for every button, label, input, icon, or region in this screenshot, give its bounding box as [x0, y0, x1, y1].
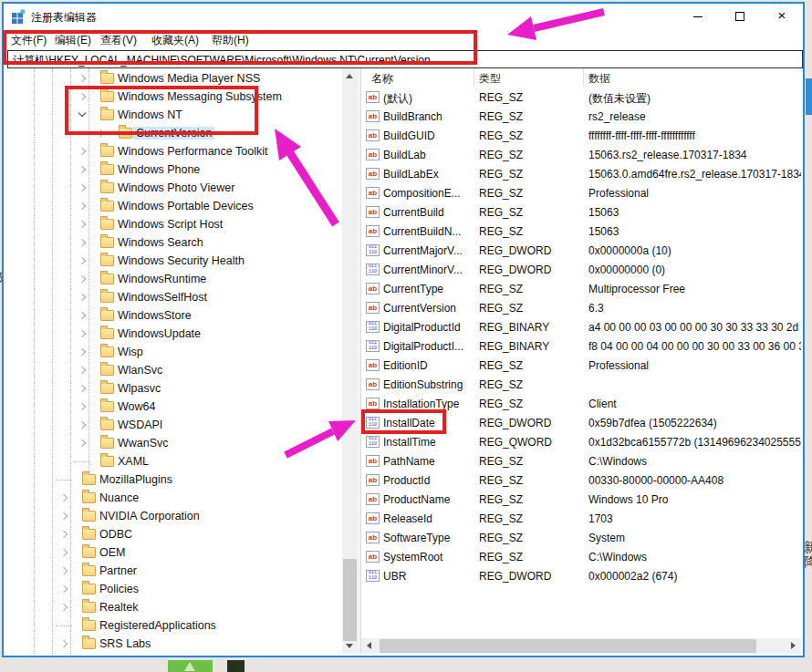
value-row[interactable]: abCurrentBuildN...REG_SZ15063 — [361, 222, 801, 242]
value-row[interactable]: abBuildLabREG_SZ15063.rs2_release.170317… — [361, 146, 801, 165]
value-row[interactable]: 011110DigitalProductI...REG_BINARYf8 04 … — [361, 337, 801, 357]
tree-scrollbar-thumb[interactable] — [343, 559, 357, 641]
folder-icon — [82, 620, 96, 631]
tree-item[interactable]: Policies — [4, 580, 342, 598]
value-row[interactable]: abPathNameREG_SZC:\Windows — [361, 452, 801, 471]
tree-item[interactable]: SRS Labs — [4, 635, 342, 653]
tree-item[interactable]: XAML — [4, 452, 342, 470]
tree-item[interactable]: Windows Search — [4, 233, 342, 252]
tree-item[interactable]: Nuance — [4, 489, 342, 507]
tree-item[interactable]: NVIDIA Corporation — [4, 507, 342, 525]
tree-item[interactable]: Windows Media Player NSS — [4, 69, 342, 88]
value-row[interactable]: abBuildBranchREG_SZrs2_release — [361, 108, 801, 127]
chevron-right-icon[interactable] — [78, 367, 86, 374]
chevron-right-icon[interactable] — [60, 640, 68, 647]
tree-item[interactable]: WlanSvc — [4, 361, 342, 379]
tree-item[interactable]: Windows Performance Toolkit — [4, 142, 342, 160]
tree-item[interactable]: WindowsUpdate — [4, 325, 342, 343]
maximize-button[interactable] — [719, 4, 761, 29]
tree-item[interactable]: WwanSvc — [4, 434, 342, 452]
value-row[interactable]: abCurrentBuildREG_SZ15063 — [361, 203, 801, 222]
value-row[interactable]: 011110CurrentMajorV...REG_DWORD0x0000000… — [361, 242, 801, 261]
tree-item[interactable]: Realtek — [4, 598, 342, 616]
column-separator[interactable] — [474, 68, 474, 87]
value-row[interactable]: abCurrentVersionREG_SZ6.3 — [361, 299, 801, 318]
value-row[interactable]: 011110InstallTimeREG_QWORD0x1d32bca61557… — [361, 433, 801, 452]
hscrollbar-thumb[interactable] — [380, 639, 756, 653]
tree-item[interactable]: OEM — [4, 543, 342, 562]
tree-vertical-scrollbar[interactable] — [342, 68, 358, 654]
chevron-right-icon[interactable] — [60, 549, 68, 556]
chevron-right-icon[interactable] — [60, 531, 68, 538]
column-header[interactable]: 类型 — [479, 71, 501, 87]
chevron-right-icon[interactable] — [60, 604, 68, 611]
scroll-left-icon[interactable] — [367, 642, 371, 649]
tree-item[interactable]: Wisp — [4, 343, 342, 361]
chevron-right-icon[interactable] — [60, 567, 68, 574]
tree-item[interactable]: Windows Security Health — [4, 252, 342, 270]
chevron-right-icon[interactable] — [78, 202, 86, 210]
tree-item[interactable]: WSDAPI — [4, 416, 342, 434]
chevron-right-icon[interactable] — [60, 512, 68, 520]
tree-item[interactable]: Tencent — [4, 653, 342, 654]
chevron-right-icon[interactable] — [78, 439, 86, 447]
chevron-right-icon[interactable] — [78, 312, 86, 319]
tree-item-label: Windows Media Player NSS — [115, 72, 263, 85]
scroll-down-icon[interactable] — [346, 644, 353, 648]
chevron-right-icon[interactable] — [60, 585, 68, 593]
chevron-right-icon[interactable] — [78, 294, 86, 301]
tree-item[interactable]: WindowsRuntime — [4, 270, 342, 288]
desktop-icon-dark[interactable] — [227, 660, 245, 672]
value-row[interactable]: abSoftwareTypeREG_SZSystem — [361, 529, 801, 548]
value-row[interactable]: 011110DigitalProductIdREG_BINARYa4 00 00… — [361, 318, 801, 337]
tree-item[interactable]: Wlpasvc — [4, 379, 342, 398]
tree-item[interactable]: RegisteredApplications — [4, 616, 342, 635]
chevron-right-icon[interactable] — [78, 348, 86, 356]
tree-item[interactable]: Windows Script Host — [4, 215, 342, 233]
close-button[interactable]: × — [761, 4, 803, 29]
value-row[interactable]: abProductIdREG_SZ00330-80000-00000-AA408 — [361, 471, 801, 491]
tree-item[interactable]: MozillaPlugins — [4, 470, 342, 489]
tree-item[interactable]: WindowsSelfHost — [4, 288, 342, 306]
column-header[interactable]: 数据 — [588, 71, 610, 87]
tree-item[interactable]: Windows Photo Viewer — [4, 179, 342, 197]
value-row[interactable]: abBuildGUIDREG_SZffffffff-ffff-ffff-ffff… — [361, 127, 801, 146]
tree-item[interactable]: Windows Portable Devices — [4, 197, 342, 215]
chevron-right-icon[interactable] — [78, 75, 86, 82]
value-row[interactable]: abEditionIDREG_SZProfessional — [361, 357, 801, 376]
tree-item[interactable]: Windows Phone — [4, 160, 342, 179]
values-horizontal-scrollbar[interactable] — [361, 638, 801, 654]
value-row[interactable]: abBuildLabExREG_SZ15063.0.amd64fre.rs2_r… — [361, 165, 801, 184]
scroll-right-icon[interactable] — [791, 642, 796, 649]
chevron-right-icon[interactable] — [78, 421, 86, 429]
tree-item[interactable]: ODBC — [4, 525, 342, 543]
chevron-right-icon[interactable] — [78, 403, 86, 410]
chevron-right-icon[interactable] — [78, 239, 86, 246]
chevron-right-icon[interactable] — [78, 166, 86, 173]
chevron-right-icon[interactable] — [78, 257, 86, 264]
column-separator[interactable] — [583, 68, 584, 87]
chevron-right-icon[interactable] — [78, 330, 86, 337]
desktop-icon-green[interactable] — [168, 660, 213, 672]
value-row[interactable]: abSystemRootREG_SZC:\Windows — [361, 548, 801, 567]
value-row[interactable]: 011110CurrentMinorV...REG_DWORD0x0000000… — [361, 261, 801, 280]
scroll-up-icon[interactable] — [346, 74, 353, 78]
value-row[interactable]: abEditionSubstringREG_SZ — [361, 376, 801, 395]
minimize-button[interactable] — [677, 4, 719, 29]
value-row[interactable]: abCurrentTypeREG_SZMultiprocessor Free — [361, 280, 801, 299]
chevron-right-icon[interactable] — [78, 148, 86, 155]
column-header[interactable]: 名称 — [371, 71, 393, 87]
value-row[interactable]: ab(默认)REG_SZ(数值未设置) — [361, 88, 801, 108]
chevron-right-icon[interactable] — [60, 494, 68, 501]
chevron-right-icon[interactable] — [78, 184, 86, 191]
tree-item[interactable]: WindowsStore — [4, 306, 342, 325]
value-row[interactable]: abProductNameREG_SZWindows 10 Pro — [361, 491, 801, 510]
chevron-right-icon[interactable] — [78, 221, 86, 228]
value-row[interactable]: abCompositionE...REG_SZProfessional — [361, 184, 801, 203]
chevron-right-icon[interactable] — [78, 385, 86, 392]
value-row[interactable]: 011110UBRREG_DWORD0x000002a2 (674) — [361, 567, 801, 586]
tree-item[interactable]: Partner — [4, 562, 342, 580]
value-row[interactable]: abReleaseIdREG_SZ1703 — [361, 510, 801, 529]
chevron-right-icon[interactable] — [78, 275, 86, 283]
tree-item[interactable]: Wow64 — [4, 398, 342, 416]
